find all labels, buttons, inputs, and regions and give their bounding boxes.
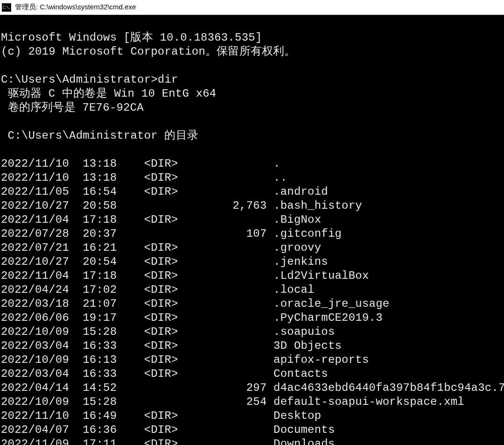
dir-entry: 2022/07/21 16:21 <DIR> .groovy (1, 241, 503, 255)
volume-line: 驱动器 C 中的卷是 Win 10 EntG x64 (1, 87, 216, 100)
window-titlebar[interactable]: C:\. 管理员: C:\windows\system32\cmd.exe (0, 0, 504, 15)
dir-entry: 2022/03/04 16:33 <DIR> 3D Objects (1, 339, 503, 353)
dir-entry: 2022/03/04 16:33 <DIR> Contacts (1, 367, 503, 381)
dir-of-line: C:\Users\Administrator 的目录 (1, 129, 198, 142)
dir-entry: 2022/04/07 16:36 <DIR> Documents (1, 423, 503, 437)
cmd-icon: C:\. (2, 3, 11, 12)
dir-entry: 2022/11/09 17:11 <DIR> Downloads (1, 437, 503, 445)
header-line-2: (c) 2019 Microsoft Corporation。保留所有权利。 (1, 45, 296, 58)
dir-entry: 2022/10/27 20:54 <DIR> .jenkins (1, 255, 503, 269)
dir-entry: 2022/11/05 16:54 <DIR> .android (1, 185, 503, 199)
serial-line: 卷的序列号是 7E76-92CA (1, 101, 144, 114)
dir-entry: 2022/04/24 17:02 <DIR> .local (1, 283, 503, 297)
header-line-1: Microsoft Windows [版本 10.0.18363.535] (1, 31, 262, 44)
dir-entry: 2022/11/04 17:18 <DIR> .Ld2VirtualBox (1, 269, 503, 283)
dir-entry: 2022/11/10 13:18 <DIR> . (1, 157, 503, 171)
blank-line (1, 115, 8, 128)
prompt-line: C:\Users\Administrator>dir (1, 73, 178, 86)
dir-entry: 2022/03/18 21:07 <DIR> .oracle_jre_usage (1, 297, 503, 311)
window-title: 管理员: C:\windows\system32\cmd.exe (15, 3, 136, 12)
dir-entry: 2022/11/10 16:49 <DIR> Desktop (1, 409, 503, 423)
dir-entry: 2022/06/06 19:17 <DIR> .PyCharmCE2019.3 (1, 311, 503, 325)
dir-entry: 2022/10/27 20:58 2,763 .bash_history (1, 199, 503, 213)
dir-entry: 2022/04/14 14:52 297 d4ac4633ebd6440fa39… (1, 381, 503, 395)
dir-entry: 2022/10/09 15:28 <DIR> .soapuios (1, 325, 503, 339)
dir-entry: 2022/07/28 20:37 107 .gitconfig (1, 227, 503, 241)
dir-entry: 2022/11/10 13:18 <DIR> .. (1, 171, 503, 185)
blank-line (1, 59, 8, 72)
terminal-output[interactable]: Microsoft Windows [版本 10.0.18363.535] (c… (0, 15, 504, 445)
dir-entry: 2022/11/04 17:18 <DIR> .BigNox (1, 213, 503, 227)
dir-listing: 2022/11/10 13:18 <DIR> .2022/11/10 13:18… (1, 157, 503, 445)
blank-line (1, 143, 8, 156)
dir-entry: 2022/10/09 16:13 <DIR> apifox-reports (1, 353, 503, 367)
dir-entry: 2022/10/09 15:28 254 default-soapui-work… (1, 395, 503, 409)
